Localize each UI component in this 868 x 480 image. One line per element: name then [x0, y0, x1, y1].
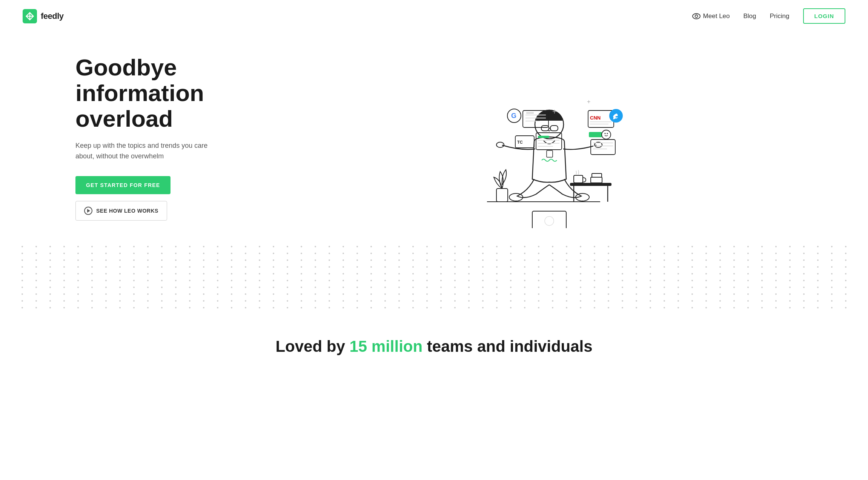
- dot: [803, 307, 805, 308]
- dot: [482, 300, 484, 302]
- dot: [482, 273, 484, 275]
- dot: [384, 293, 386, 295]
- dot: [650, 293, 651, 295]
- dot: [650, 253, 651, 254]
- dot: [817, 273, 819, 275]
- dot: [231, 266, 232, 268]
- dot: [803, 253, 805, 254]
- dot: [105, 253, 107, 254]
- dot: [231, 259, 232, 261]
- dot: [287, 307, 288, 308]
- dot: [803, 246, 805, 247]
- dot: [775, 293, 777, 295]
- dot: [705, 300, 707, 302]
- loved-section: Loved by 15 million teams and individual…: [0, 319, 868, 371]
- meet-leo-link[interactable]: Meet Leo: [692, 12, 730, 20]
- dot: [691, 246, 693, 247]
- dot: [384, 266, 386, 268]
- dot: [775, 273, 777, 275]
- logo-link[interactable]: feedly: [23, 9, 64, 23]
- dot: [329, 280, 330, 281]
- dot: [356, 293, 358, 295]
- dot: [22, 246, 23, 247]
- see-leo-button[interactable]: SEE HOW LEO WORKS: [75, 201, 167, 221]
- dot: [775, 259, 777, 261]
- dot: [831, 293, 833, 295]
- dot: [566, 307, 567, 308]
- dot: [775, 246, 777, 247]
- dot: [259, 280, 260, 281]
- dot: [789, 246, 791, 247]
- dot: [426, 280, 428, 281]
- dot: [119, 293, 121, 295]
- dot: [775, 307, 777, 308]
- pricing-label: Pricing: [770, 12, 790, 20]
- dot: [119, 307, 121, 308]
- dot: [49, 307, 51, 308]
- dot: [468, 253, 470, 254]
- dot: [161, 280, 163, 281]
- dot: [35, 293, 37, 295]
- dot: [510, 307, 512, 308]
- dot: [678, 293, 679, 295]
- dot: [845, 259, 846, 261]
- dot: [426, 273, 428, 275]
- dot: [650, 287, 651, 288]
- pricing-link[interactable]: Pricing: [770, 12, 790, 20]
- dot: [384, 246, 386, 247]
- dot: [105, 273, 107, 275]
- dot: [454, 300, 456, 302]
- dot: [803, 259, 805, 261]
- login-button[interactable]: LOGIN: [803, 8, 846, 24]
- dot: [650, 273, 651, 275]
- dot: [594, 266, 595, 268]
- dot: [329, 287, 330, 288]
- dot: [189, 287, 190, 288]
- dot: [566, 287, 567, 288]
- dot: [119, 273, 121, 275]
- dot: [719, 253, 721, 254]
- dot: [524, 246, 525, 247]
- dot: [650, 280, 651, 281]
- dot: [259, 293, 260, 295]
- eye-icon: [692, 13, 701, 19]
- dot: [622, 266, 623, 268]
- dot: [845, 266, 846, 268]
- dot: [817, 266, 819, 268]
- dot: [440, 293, 442, 295]
- dot: [664, 246, 665, 247]
- dot: [91, 287, 93, 288]
- dot: [301, 259, 302, 261]
- dot: [370, 253, 372, 254]
- dot: [343, 307, 344, 308]
- dot: [259, 273, 260, 275]
- dot: [287, 293, 288, 295]
- dot: [245, 273, 246, 275]
- dot: [482, 266, 484, 268]
- dot: [761, 273, 763, 275]
- dot: [440, 266, 442, 268]
- dot: [719, 280, 721, 281]
- dot: [524, 307, 525, 308]
- dot: [761, 259, 763, 261]
- get-started-button[interactable]: GET STARTED FOR FREE: [75, 176, 171, 194]
- dot: [35, 266, 37, 268]
- blog-link[interactable]: Blog: [744, 12, 756, 20]
- dot: [273, 253, 274, 254]
- dot: [105, 266, 107, 268]
- dot: [691, 293, 693, 295]
- dots-grid: [0, 236, 868, 319]
- loved-text: Loved by 15 million teams and individual…: [23, 337, 845, 356]
- dot: [608, 287, 609, 288]
- dot: [803, 280, 805, 281]
- dot: [440, 300, 442, 302]
- dot: [747, 273, 749, 275]
- dot: [775, 266, 777, 268]
- dot: [147, 246, 149, 247]
- dot: [650, 307, 651, 308]
- dot: [315, 273, 316, 275]
- dot: [119, 266, 121, 268]
- dot: [817, 300, 819, 302]
- dot: [733, 307, 735, 308]
- dot: [343, 293, 344, 295]
